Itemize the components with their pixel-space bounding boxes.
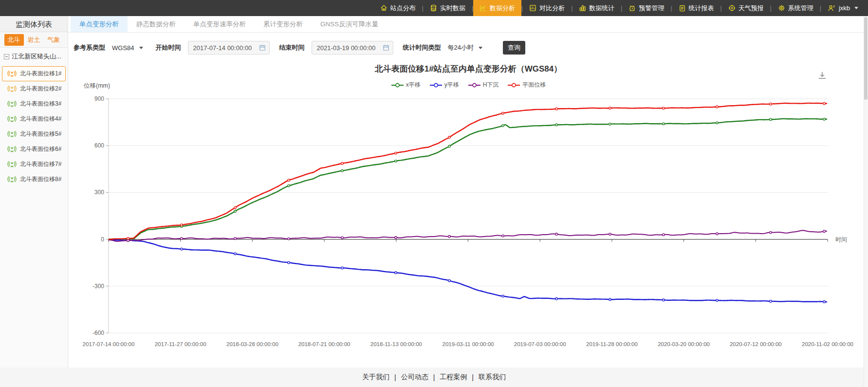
weather-icon <box>728 4 736 12</box>
nav-label: 统计报表 <box>689 4 714 13</box>
tab-cumulative-deformation[interactable]: 累计变形分析 <box>255 16 312 32</box>
gnss-station-icon <box>7 70 17 77</box>
svg-text:2020-11-02 00:00:00: 2020-11-02 00:00:00 <box>802 341 853 347</box>
gnss-station-icon <box>7 161 17 168</box>
start-time-input[interactable]: 2017-07-14 00:00:00 <box>188 41 270 55</box>
svg-text:2018-07-21 00:00:00: 2018-07-21 00:00:00 <box>298 341 351 347</box>
device-label: 北斗表面位移6# <box>20 145 61 153</box>
footer-link-contact[interactable]: 联系我们 <box>479 373 506 382</box>
stat-type-value: 每24小时 <box>448 43 474 52</box>
svg-text:900: 900 <box>94 95 104 102</box>
vertical-scrollbar[interactable] <box>864 16 868 387</box>
legend-item-H下沉[interactable]: H下沉 <box>468 81 499 89</box>
sidebar-device-item-1[interactable]: 北斗表面位移1# <box>2 66 66 81</box>
nav-label: 天气预报 <box>739 4 764 13</box>
legend-marker-icon <box>429 83 443 88</box>
tab-gnss-pwv[interactable]: GNSS反演可降水量 <box>312 16 387 32</box>
nav-label: 预警管理 <box>639 4 664 13</box>
top-nav-bar: 站点分布 | 实时数据 | 数据分析 | 对比分析 | 数据统计 | <box>0 0 868 16</box>
chevron-down-icon <box>139 47 143 49</box>
svg-text:2019-11-28 00:00:00: 2019-11-28 00:00:00 <box>586 341 638 347</box>
nav-item-compare-analysis[interactable]: 对比分析 <box>523 0 571 16</box>
query-button[interactable]: 查询 <box>503 41 525 55</box>
legend-marker-icon <box>507 83 520 88</box>
legend-item-平面位移[interactable]: 平面位移 <box>507 81 546 89</box>
legend-item-x平移[interactable]: x平移 <box>391 81 421 89</box>
stat-type-label: 统计时间类型 <box>403 43 441 52</box>
sidebar: 监测体列表 北斗 岩土 气象 江北新区猪头山... 北斗表面位移1#北斗表面位移… <box>0 16 68 368</box>
sidebar-tab-beidou[interactable]: 北斗 <box>4 34 24 46</box>
sidebar-device-item-6[interactable]: 北斗表面位移6# <box>2 142 66 157</box>
nav-label: 数据分析 <box>490 4 515 13</box>
svg-text:-300: -300 <box>92 283 104 290</box>
ref-type-label: 参考系类型 <box>74 43 105 52</box>
nav-item-alert-management[interactable]: 预警管理 <box>622 0 670 16</box>
svg-text:2019-07-03 00:00:00: 2019-07-03 00:00:00 <box>514 341 566 347</box>
legend-label: x平移 <box>406 81 421 89</box>
device-label: 北斗表面位移7# <box>20 160 61 168</box>
chart-legend: x平移y平移H下沉平面位移 <box>69 81 868 89</box>
end-time-value: 2021-03-19 00:00:00 <box>317 44 376 52</box>
collapse-icon[interactable] <box>4 54 9 59</box>
nav-item-realtime-data[interactable]: 实时数据 <box>424 0 472 16</box>
sidebar-title: 监测体列表 <box>0 16 68 32</box>
sidebar-device-item-7[interactable]: 北斗表面位移7# <box>2 157 66 172</box>
device-label: 北斗表面位移1# <box>20 70 61 78</box>
legend-label: 平面位移 <box>522 81 546 89</box>
nav-item-weather-forecast[interactable]: 天气预报 <box>722 0 770 16</box>
nav-item-site-distribution[interactable]: 站点分布 <box>374 0 422 16</box>
svg-text:2020-07-12 00:00:00: 2020-07-12 00:00:00 <box>730 341 782 347</box>
sidebar-tab-weather[interactable]: 气象 <box>44 34 64 46</box>
chart-plot: 9006003000-300-6002017-07-14 00:00:00201… <box>73 90 862 355</box>
footer-link-about[interactable]: 关于我们 <box>362 373 389 382</box>
nav-item-data-analysis[interactable]: 数据分析 <box>473 0 521 16</box>
stat-type-select[interactable]: 每24小时 <box>448 43 482 52</box>
sidebar-device-item-8[interactable]: 北斗表面位移8# <box>2 172 66 187</box>
svg-text:2018-11-13 00:00:00: 2018-11-13 00:00:00 <box>370 341 422 347</box>
chart-title: 北斗表面位移1#站点至内单点变形分析（WGS84） <box>69 63 868 74</box>
sidebar-device-item-4[interactable]: 北斗表面位移4# <box>2 111 66 127</box>
tab-single-point-deformation[interactable]: 单点变形分析 <box>71 16 128 32</box>
download-icon[interactable] <box>817 71 827 80</box>
report-icon <box>679 4 686 12</box>
analysis-tabbar: 单点变形分析 静态数据分析 单点变形速率分析 累计变形分析 GNSS反演可降水量 <box>69 16 868 33</box>
calendar-icon <box>383 44 389 51</box>
tab-static-data[interactable]: 静态数据分析 <box>128 16 185 32</box>
footer: 关于我们 | 公司动态 | 工程案例 | 联系我们 <box>0 368 868 387</box>
gnss-station-icon <box>7 146 17 153</box>
user-menu[interactable]: jxkb <box>821 4 861 12</box>
footer-link-news[interactable]: 公司动态 <box>401 373 428 382</box>
legend-label: y平移 <box>444 81 459 89</box>
tree-node-root[interactable]: 江北新区猪头山... <box>0 48 68 65</box>
nav-label: 站点分布 <box>390 4 416 13</box>
gear-icon <box>778 4 785 12</box>
database-icon <box>430 4 437 12</box>
line-chart-icon <box>480 4 487 12</box>
footer-link-cases[interactable]: 工程案例 <box>440 373 467 382</box>
nav-item-statistical-reports[interactable]: 统计报表 <box>672 0 720 16</box>
svg-text:2017-07-14 00:00:00: 2017-07-14 00:00:00 <box>83 341 135 347</box>
gnss-station-icon <box>7 115 17 123</box>
sidebar-device-item-2[interactable]: 北斗表面位移2# <box>2 81 66 96</box>
sidebar-device-item-3[interactable]: 北斗表面位移3# <box>2 96 66 111</box>
nav-label: 实时数据 <box>440 4 465 13</box>
svg-text:0: 0 <box>101 236 104 243</box>
device-label: 北斗表面位移4# <box>20 115 61 123</box>
nav-item-system-management[interactable]: 系统管理 <box>772 0 820 16</box>
nav-item-data-statistics[interactable]: 数据统计 <box>573 0 621 16</box>
nav-label: 数据统计 <box>589 4 614 13</box>
ref-type-select[interactable]: WGS84 <box>112 44 143 52</box>
app-window: 站点分布 | 实时数据 | 数据分析 | 对比分析 | 数据统计 | <box>0 0 868 387</box>
footer-separator: | <box>433 373 435 381</box>
compare-chart-icon <box>529 4 536 12</box>
tab-deformation-rate[interactable]: 单点变形速率分析 <box>185 16 255 32</box>
device-list: 北斗表面位移1#北斗表面位移2#北斗表面位移3#北斗表面位移4#北斗表面位移5#… <box>0 65 68 188</box>
footer-separator: | <box>472 373 474 381</box>
scrollbar-thumb[interactable] <box>864 17 868 100</box>
device-label: 北斗表面位移8# <box>20 175 61 184</box>
device-label: 北斗表面位移3# <box>20 100 61 108</box>
legend-item-y平移[interactable]: y平移 <box>429 81 459 89</box>
end-time-input[interactable]: 2021-03-19 00:00:00 <box>312 41 393 55</box>
sidebar-device-item-5[interactable]: 北斗表面位移5# <box>2 127 66 142</box>
sidebar-tab-geotech[interactable]: 岩土 <box>24 34 44 46</box>
